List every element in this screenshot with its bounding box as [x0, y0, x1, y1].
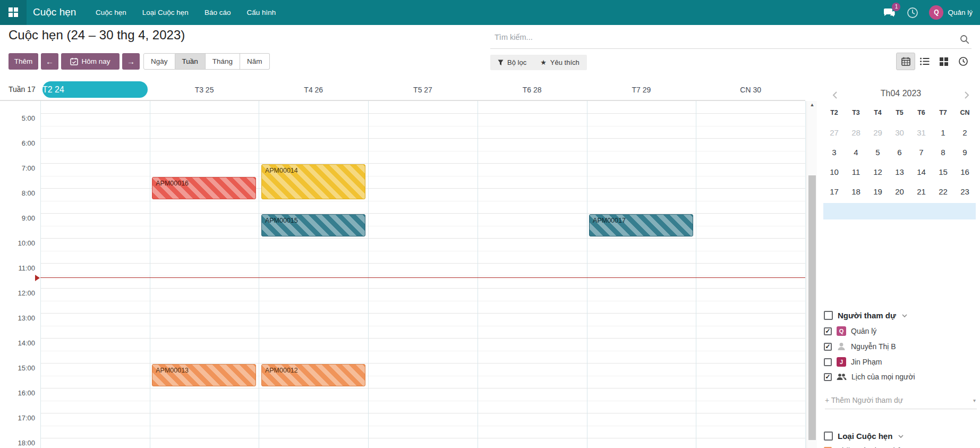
mini-cal-day-8[interactable]: 8	[932, 144, 954, 160]
menu-item-1[interactable]: Cuộc hẹn	[88, 0, 134, 25]
attendee-row-1[interactable]: ✓QQuản lý	[824, 326, 876, 336]
time-label: 5:00	[0, 114, 35, 122]
attendees-check-all[interactable]	[824, 311, 833, 320]
mini-cal-next-icon[interactable]	[961, 90, 971, 100]
mini-cal-day-16[interactable]: 16	[954, 164, 976, 180]
attendee-checkbox[interactable]	[824, 358, 832, 366]
activities-button[interactable]	[907, 7, 918, 19]
event-apm00012[interactable]: APM00012	[261, 364, 365, 386]
mini-cal-day-3[interactable]: 3	[823, 144, 845, 160]
mini-cal-day-1[interactable]: 1	[932, 124, 954, 141]
search-icon[interactable]	[960, 35, 969, 44]
day-header-t7-29[interactable]: T7 29	[587, 80, 696, 100]
attendee-checkbox[interactable]: ✓	[824, 327, 832, 335]
attendee-row-3[interactable]: JJin Phạm	[824, 357, 882, 367]
day-header-t5-27[interactable]: T5 27	[368, 80, 478, 100]
add-button[interactable]: Thêm	[8, 53, 38, 70]
list-view-button[interactable]	[915, 53, 934, 70]
search-input[interactable]	[495, 33, 951, 41]
mini-cal-day-21[interactable]: 21	[910, 183, 932, 200]
hour-line	[40, 413, 805, 413]
mini-cal-day-22[interactable]: 22	[932, 183, 954, 200]
mini-cal-day-17[interactable]: 17	[823, 183, 845, 200]
day-header-t2-24[interactable]: T2 24	[42, 81, 148, 98]
kanban-view-icon	[940, 57, 948, 66]
half-hour-line	[40, 176, 805, 176]
chevron-down-icon[interactable]	[902, 313, 907, 318]
apps-menu-button[interactable]	[0, 0, 27, 25]
today-button[interactable]: Hôm nay	[61, 53, 120, 70]
attendee-checkbox[interactable]: ✓	[824, 343, 832, 351]
menu-item-3[interactable]: Báo cáo	[197, 0, 239, 25]
mini-cal-day-15[interactable]: 15	[932, 164, 954, 180]
types-section-header: Loại Cuộc hẹn	[824, 432, 904, 441]
mini-cal-day-14[interactable]: 14	[910, 164, 932, 180]
mini-cal-day-12[interactable]: 12	[867, 164, 889, 180]
next-week-button[interactable]: →	[122, 53, 140, 70]
time-label: 10:00	[0, 239, 35, 247]
attendee-row-4[interactable]: ✓Lịch của mọi người	[824, 373, 915, 381]
mini-cal-day-28[interactable]: 28	[845, 124, 867, 141]
event-apm00016[interactable]: APM00016	[152, 177, 256, 199]
view-button-tuần[interactable]: Tuần	[175, 53, 206, 70]
menu-item-4[interactable]: Cấu hình	[238, 0, 284, 25]
event-apm00015[interactable]: APM00015	[261, 214, 365, 236]
kanban-view-button[interactable]	[934, 53, 953, 70]
event-apm00017[interactable]: APM00017	[589, 214, 693, 236]
mini-cal-day-27[interactable]: 27	[823, 124, 845, 141]
half-hour-line	[40, 126, 805, 126]
event-apm00014[interactable]: APM00014	[261, 164, 365, 199]
user-menu[interactable]: Q Quản lý	[929, 5, 973, 20]
mini-cal-day-29[interactable]: 29	[867, 124, 889, 141]
favorites-button[interactable]: ★ Yêu thích	[540, 58, 580, 66]
mini-cal-day-7[interactable]: 7	[910, 144, 932, 160]
messages-button[interactable]: 1	[882, 6, 896, 20]
mini-cal-day-19[interactable]: 19	[867, 183, 889, 200]
mini-cal-day-2[interactable]: 2	[954, 124, 976, 141]
day-header-cn-30[interactable]: CN 30	[696, 80, 805, 100]
day-header-t3-25[interactable]: T3 25	[150, 80, 259, 100]
time-label: 8:00	[0, 189, 35, 197]
calendar-grid[interactable]: 5:006:007:008:009:0010:0011:0012:0013:00…	[0, 100, 805, 448]
current-time-arrow-icon	[35, 275, 40, 281]
mini-cal-day-30[interactable]: 30	[889, 124, 910, 141]
attendee-checkbox[interactable]: ✓	[824, 373, 832, 381]
filters-button[interactable]: Bộ lọc	[498, 58, 526, 66]
filters-label: Bộ lọc	[507, 58, 526, 66]
mini-cal-day-9[interactable]: 9	[954, 144, 976, 160]
scrollbar-thumb[interactable]	[808, 175, 816, 440]
menu-item-2[interactable]: Loại Cuộc hẹn	[134, 0, 197, 25]
mini-cal-weekday-t4: T4	[867, 105, 889, 121]
mini-cal-day-6[interactable]: 6	[889, 144, 910, 160]
mini-cal-day-13[interactable]: 13	[889, 164, 910, 180]
mini-cal-weekday-t3: T3	[845, 105, 867, 121]
mini-cal-day-4[interactable]: 4	[845, 144, 867, 160]
add-attendee-input[interactable]	[825, 396, 962, 404]
types-check-all[interactable]	[824, 432, 833, 441]
calendar-view-button[interactable]	[896, 53, 915, 70]
mini-cal-day-31[interactable]: 31	[910, 124, 932, 141]
vertical-scrollbar[interactable]: ▲	[806, 101, 817, 448]
mini-cal-day-10[interactable]: 10	[823, 164, 845, 180]
mini-cal-day-18[interactable]: 18	[845, 183, 867, 200]
search-bar	[490, 31, 972, 49]
week-number-label: Tuần 17	[8, 85, 36, 94]
mini-cal-day-11[interactable]: 11	[845, 164, 867, 180]
mini-cal-day-5[interactable]: 5	[867, 144, 889, 160]
day-header-t6-28[interactable]: T6 28	[478, 80, 587, 100]
view-button-năm[interactable]: Năm	[240, 53, 270, 70]
event-apm00013[interactable]: APM00013	[152, 364, 256, 386]
chevron-down-icon[interactable]	[898, 434, 904, 439]
scroll-up-arrow[interactable]: ▲	[807, 102, 817, 107]
attendee-row-2[interactable]: ✓Nguyễn Thị B	[824, 342, 896, 351]
mini-cal-day-23[interactable]: 23	[954, 183, 976, 200]
today-label: Hôm nay	[81, 57, 110, 65]
mini-cal-day-20[interactable]: 20	[889, 183, 910, 200]
activity-view-button[interactable]	[953, 53, 973, 70]
prev-week-button[interactable]: ←	[41, 53, 58, 70]
view-button-tháng[interactable]: Tháng	[206, 53, 240, 70]
view-button-ngày[interactable]: Ngày	[143, 53, 175, 70]
column-line	[150, 101, 150, 448]
day-header-t4-26[interactable]: T4 26	[259, 80, 368, 100]
half-hour-line	[40, 201, 805, 201]
